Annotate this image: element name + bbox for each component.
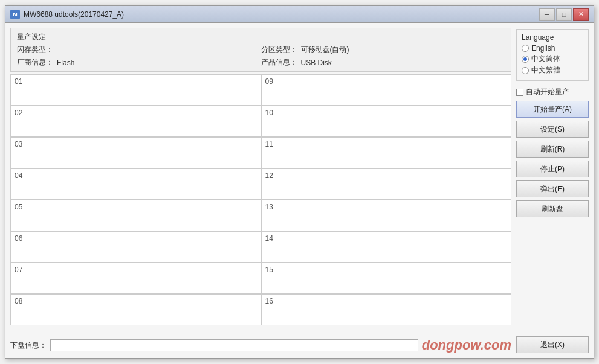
info-section: 量产设定 闪存类型： 分区类型： 可移动盘(自动) 厂商信息： Flash 产品… (10, 28, 511, 72)
stop-button[interactable]: 停止(P) (516, 161, 589, 177)
product-label: 产品信息： (261, 57, 297, 68)
port-cell: 15 (261, 263, 512, 294)
auto-start-checkbox[interactable] (516, 89, 523, 96)
vendor-row: 厂商信息： Flash (17, 57, 261, 68)
port-number: 01 (15, 77, 22, 86)
refresh-disk-button[interactable]: 刷新盘 (516, 200, 589, 217)
port-cell: 16 (261, 294, 512, 325)
port-number: 15 (265, 266, 273, 274)
exit-button[interactable]: 退出(X) (516, 336, 589, 353)
main-area: 量产设定 闪存类型： 分区类型： 可移动盘(自动) 厂商信息： Flash 产品… (10, 28, 511, 353)
port-number: 16 (265, 297, 273, 305)
info-header-spacer (261, 32, 505, 42)
port-number: 09 (265, 77, 273, 86)
port-grid: 01090210031104120513061407150816 (10, 74, 511, 325)
port-number: 11 (265, 140, 273, 148)
section-title: 量产设定 (17, 31, 46, 42)
settings-button[interactable]: 设定(S) (516, 121, 589, 138)
title-buttons: ─ □ ✕ (539, 8, 589, 21)
port-cell: 03 (10, 137, 261, 168)
port-cell: 07 (10, 263, 261, 294)
action-buttons: 开始量产(A) 设定(S) 刷新(R) 停止(P) 弹出(E) 刷新盘 退出(X… (516, 101, 589, 353)
port-cell: 01 (10, 74, 261, 106)
content-area: 量产设定 闪存类型： 分区类型： 可移动盘(自动) 厂商信息： Flash 产品… (5, 23, 594, 358)
port-number: 14 (265, 234, 273, 243)
flash-row: 闪存类型： (17, 45, 261, 55)
port-number: 12 (265, 171, 273, 180)
eject-button[interactable]: 弹出(E) (516, 180, 589, 197)
main-window: M MW6688 udtools(20170427_A) ─ □ ✕ 量产设定 … (5, 5, 594, 359)
port-cell: 05 (10, 200, 261, 231)
radio-traditional-label: 中文繁體 (531, 65, 560, 75)
start-button[interactable]: 开始量产(A) (516, 101, 589, 118)
spacer (516, 220, 589, 333)
radio-english-label: English (531, 44, 555, 53)
watermark: dongpow.com (422, 337, 511, 353)
bottom-bar: 下盘信息： dongpow.com (10, 335, 511, 353)
radio-english[interactable]: English (522, 44, 583, 53)
port-number: 04 (15, 171, 22, 180)
grid-section: 01090210031104120513061407150816 (10, 74, 511, 333)
port-cell: 09 (261, 74, 512, 106)
port-cell: 02 (10, 106, 261, 137)
minimize-button[interactable]: ─ (539, 8, 555, 21)
app-icon: M (10, 10, 20, 19)
port-cell: 13 (261, 200, 512, 231)
vendor-value: Flash (57, 59, 74, 67)
title-bar: M MW6688 udtools(20170427_A) ─ □ ✕ (5, 6, 594, 23)
maximize-button[interactable]: □ (556, 8, 572, 21)
radio-traditional-circle (522, 67, 529, 74)
flash-label: 闪存类型： (17, 45, 53, 55)
radio-simplified-circle (522, 56, 529, 63)
radio-simplified-label: 中文简体 (531, 54, 560, 64)
port-cell: 06 (10, 231, 261, 263)
product-row: 产品信息： USB Disk (261, 57, 505, 68)
port-cell: 11 (261, 137, 512, 168)
port-number: 07 (15, 266, 22, 274)
radio-traditional[interactable]: 中文繁體 (522, 65, 583, 75)
right-panel: Language English 中文简体 中文繁體 自动开始量产 (516, 28, 589, 353)
refresh-button[interactable]: 刷新(R) (516, 141, 589, 158)
port-cell: 04 (10, 168, 261, 200)
bottom-input[interactable] (50, 339, 418, 351)
port-number: 03 (15, 140, 22, 148)
port-cell: 10 (261, 106, 512, 137)
port-cell: 14 (261, 231, 512, 263)
port-cell: 08 (10, 294, 261, 325)
language-title: Language (522, 33, 583, 42)
close-button[interactable]: ✕ (573, 8, 589, 21)
port-number: 08 (15, 297, 22, 305)
radio-simplified[interactable]: 中文简体 (522, 54, 583, 64)
port-number: 10 (265, 109, 273, 117)
partition-value: 可移动盘(自动) (301, 45, 349, 55)
title-bar-left: M MW6688 udtools(20170427_A) (10, 10, 124, 19)
port-cell: 12 (261, 168, 512, 200)
bottom-label: 下盘信息： (10, 340, 47, 351)
port-number: 05 (15, 203, 22, 211)
auto-start-label: 自动开始量产 (526, 87, 569, 97)
vendor-label: 厂商信息： (17, 57, 53, 68)
info-header: 量产设定 (17, 32, 261, 42)
port-number: 06 (15, 234, 22, 243)
port-number: 02 (15, 109, 22, 117)
auto-start-row[interactable]: 自动开始量产 (516, 87, 589, 97)
port-number: 13 (265, 203, 273, 211)
radio-english-circle (522, 45, 529, 52)
partition-row: 分区类型： 可移动盘(自动) (261, 45, 505, 55)
language-group: Language English 中文简体 中文繁體 (516, 29, 589, 81)
window-title: MW6688 udtools(20170427_A) (24, 10, 124, 19)
product-value: USB Disk (301, 59, 332, 67)
partition-label: 分区类型： (261, 45, 297, 55)
